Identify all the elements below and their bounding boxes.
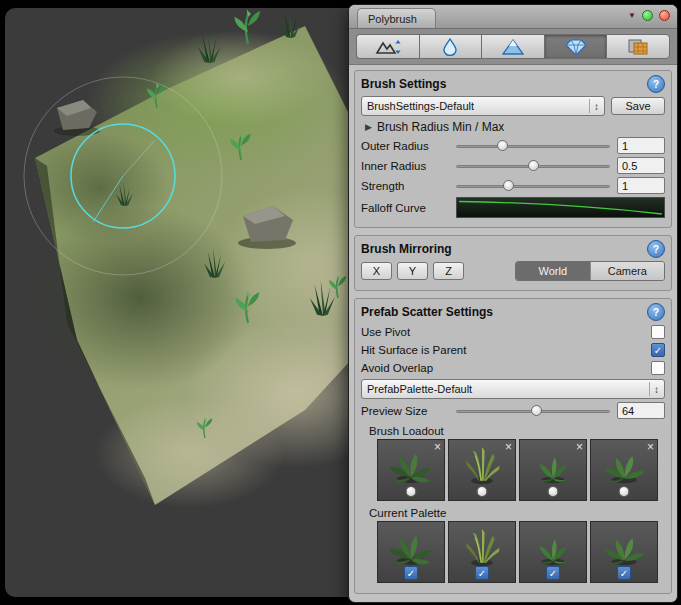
loadout-item-3[interactable]: × (519, 439, 587, 501)
outer-radius-slider[interactable] (456, 139, 610, 153)
slider-thumb[interactable] (497, 140, 508, 151)
brush-settings-section: Brush Settings ? BrushSettings-Default ↕… (354, 70, 672, 228)
pane-menu-icon[interactable]: ▼ (628, 12, 636, 20)
use-pivot-row: Use Pivot (361, 325, 665, 339)
preview-size-value[interactable]: 64 (617, 402, 665, 419)
brush-preset-row: BrushSettings-Default ↕ Save (361, 96, 665, 116)
save-button[interactable]: Save (611, 97, 665, 115)
mirror-y-button[interactable]: Y (397, 262, 428, 280)
tool-sculpt-button[interactable] (356, 34, 419, 59)
panel-content: Brush Settings ? BrushSettings-Default ↕… (349, 65, 677, 602)
avoid-overlap-checkbox[interactable] (651, 361, 665, 375)
prefab-palette-dropdown[interactable]: PrefabPalette-Default ↕ (361, 379, 665, 399)
mirror-z-button[interactable]: Z (433, 262, 464, 280)
palette-item-2[interactable]: ✓ (448, 521, 516, 583)
polybrush-window: Polybrush ▼ (348, 4, 678, 603)
close-dot-icon[interactable] (659, 10, 670, 21)
strength-row: Strength 1 (361, 177, 665, 194)
palette-item-4[interactable]: ✓ (590, 521, 658, 583)
paint-triangle-icon (502, 38, 524, 56)
prefab-scatter-section: Prefab Scatter Settings ? Use Pivot Hit … (354, 298, 672, 594)
inner-radius-row: Inner Radius 0.5 (361, 157, 665, 174)
loadout-radio[interactable] (406, 486, 417, 497)
brush-preset-value: BrushSettings-Default (367, 100, 585, 112)
palette-item-checkbox[interactable]: ✓ (617, 566, 631, 580)
help-icon[interactable]: ? (647, 240, 665, 258)
prefab-palette-value: PrefabPalette-Default (367, 383, 645, 395)
remove-loadout-icon[interactable]: × (647, 440, 654, 454)
scatter-gem-icon (565, 38, 587, 56)
brush-mirroring-header: Brush Mirroring ? (361, 240, 665, 258)
avoid-overlap-row: Avoid Overlap (361, 361, 665, 375)
foldout-arrow-icon: ▶ (365, 122, 372, 132)
brush-radius-foldout[interactable]: ▶ Brush Radius Min / Max (365, 120, 665, 134)
brush-loadout-grid: × × × × (377, 439, 665, 501)
falloff-curve-graphic (457, 198, 664, 217)
remove-loadout-icon[interactable]: × (434, 440, 441, 454)
slider-thumb[interactable] (528, 160, 539, 171)
remove-loadout-icon[interactable]: × (505, 440, 512, 454)
brush-loadout-label: Brush Loadout (369, 425, 665, 437)
slider-thumb[interactable] (503, 180, 514, 191)
loadout-radio[interactable] (477, 486, 488, 497)
strength-label: Strength (361, 180, 456, 192)
window-title: Polybrush (368, 13, 417, 25)
smooth-droplet-icon (440, 38, 460, 56)
brush-settings-title: Brush Settings (361, 77, 446, 91)
loadout-item-1[interactable]: × (377, 439, 445, 501)
slider-track (456, 145, 610, 148)
brush-preset-dropdown[interactable]: BrushSettings-Default ↕ (361, 96, 605, 116)
window-tab-polybrush[interactable]: Polybrush (357, 8, 436, 28)
prefab-scatter-title: Prefab Scatter Settings (361, 305, 493, 319)
remove-loadout-icon[interactable]: × (576, 440, 583, 454)
hit-surface-row: Hit Surface is Parent ✓ (361, 343, 665, 357)
tool-scatter-button[interactable] (544, 34, 607, 59)
slider-thumb[interactable] (531, 405, 542, 416)
brush-mirroring-title: Brush Mirroring (361, 242, 452, 256)
sculpt-mountain-icon (375, 38, 401, 56)
preview-size-slider[interactable] (456, 404, 610, 418)
palette-item-3[interactable]: ✓ (519, 521, 587, 583)
mirror-x-button[interactable]: X (361, 262, 392, 280)
palette-item-checkbox[interactable]: ✓ (404, 566, 418, 580)
inner-radius-value[interactable]: 0.5 (617, 157, 665, 174)
mirroring-controls-row: X Y Z World Camera (361, 261, 665, 281)
help-icon[interactable]: ? (647, 303, 665, 321)
tool-texture-button[interactable] (606, 34, 670, 59)
loadout-item-2[interactable]: × (448, 439, 516, 501)
palette-item-checkbox[interactable]: ✓ (546, 566, 560, 580)
use-pivot-checkbox[interactable] (651, 325, 665, 339)
maximize-dot-icon[interactable] (642, 10, 653, 21)
falloff-curve-field[interactable] (456, 197, 665, 218)
falloff-label: Falloff Curve (361, 202, 456, 214)
tool-smooth-button[interactable] (419, 34, 482, 59)
strength-value[interactable]: 1 (617, 177, 665, 194)
brush-radius-foldout-label: Brush Radius Min / Max (377, 120, 504, 134)
falloff-row: Falloff Curve (361, 197, 665, 218)
loadout-radio[interactable] (548, 486, 559, 497)
preview-size-label: Preview Size (361, 405, 456, 417)
help-icon[interactable]: ? (647, 75, 665, 93)
palette-preset-row: PrefabPalette-Default ↕ (361, 379, 665, 399)
mode-toolbar (349, 29, 677, 65)
loadout-radio[interactable] (619, 486, 630, 497)
inner-radius-slider[interactable] (456, 159, 610, 173)
loadout-item-4[interactable]: × (590, 439, 658, 501)
prefab-scatter-header: Prefab Scatter Settings ? (361, 303, 665, 321)
space-world-option[interactable]: World (516, 262, 590, 280)
texture-blend-icon (627, 38, 649, 56)
brush-settings-header: Brush Settings ? (361, 75, 665, 93)
hit-surface-label: Hit Surface is Parent (361, 344, 651, 356)
palette-item-1[interactable]: ✓ (377, 521, 445, 583)
strength-slider[interactable] (456, 179, 610, 193)
outer-radius-value[interactable]: 1 (617, 137, 665, 154)
outer-radius-row: Outer Radius 1 (361, 137, 665, 154)
current-palette-label: Current Palette (369, 507, 665, 519)
outer-radius-label: Outer Radius (361, 140, 456, 152)
space-camera-option[interactable]: Camera (590, 262, 665, 280)
tool-paint-button[interactable] (481, 34, 544, 59)
use-pivot-label: Use Pivot (361, 326, 651, 338)
dropdown-arrows-icon: ↕ (649, 382, 659, 396)
palette-item-checkbox[interactable]: ✓ (475, 566, 489, 580)
hit-surface-checkbox[interactable]: ✓ (651, 343, 665, 357)
